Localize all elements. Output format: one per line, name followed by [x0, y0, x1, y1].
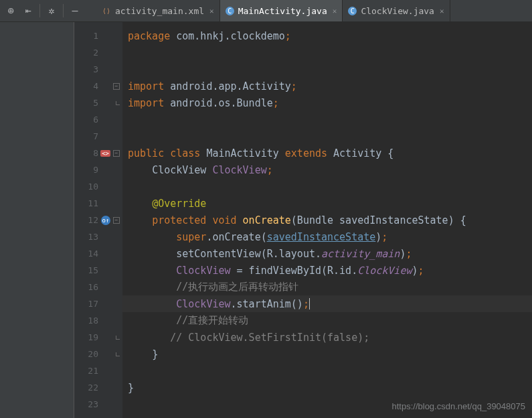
line-number: 18 [74, 312, 122, 329]
code-token: super [176, 231, 206, 243]
code-line[interactable]: ClockView.startAnim(); [122, 295, 532, 312]
class-gutter-icon[interactable]: <> [100, 149, 110, 157]
code-token: ; [303, 298, 309, 310]
gutter: 1234−5678−<>9101112−o↑131415161718192021… [74, 22, 122, 418]
code-token [128, 298, 176, 310]
code-line[interactable] [122, 128, 532, 145]
line-number: 6 [74, 111, 122, 128]
fold-icon[interactable]: − [113, 83, 120, 90]
settings-icon[interactable]: ✲ [43, 3, 60, 19]
close-icon[interactable]: ✕ [209, 7, 214, 15]
close-icon[interactable]: ✕ [333, 7, 337, 15]
override-gutter-icon[interactable]: o↑ [101, 216, 110, 225]
fold-icon[interactable]: − [113, 150, 120, 157]
code-line[interactable] [122, 61, 532, 78]
code-token: ClockView [152, 164, 212, 176]
code-token: ; [285, 30, 291, 42]
line-number: 1 [74, 27, 122, 44]
code-token: onCreate [243, 214, 291, 226]
code-line[interactable]: ClockView = findViewById(R.id.ClockView)… [122, 262, 532, 279]
line-number: 4− [74, 78, 122, 94]
line-number: 9 [74, 161, 122, 178]
line-number: 19 [74, 329, 122, 346]
code-token: void [212, 214, 242, 226]
line-number: 12−o↑ [74, 212, 122, 228]
code-token [128, 198, 152, 210]
code-token: Activity [333, 147, 387, 159]
code-area: package com.hnkj.clockdemo;import androi… [122, 22, 532, 418]
code-token [128, 315, 176, 327]
code-token: .onCreate( [206, 231, 266, 243]
tab-label: ClockView.java [361, 6, 434, 16]
tab-MainActivity-java[interactable]: CMainActivity.java✕ [220, 0, 343, 21]
code-token: ; [418, 265, 424, 277]
code-line[interactable] [122, 362, 532, 379]
code-token: = findViewById(R.id. [231, 265, 358, 277]
line-number: 11 [74, 195, 122, 212]
code-token: class [170, 147, 206, 159]
editor-tabs: ⟨⟩activity_main.xml✕CMainActivity.java✕C… [96, 0, 450, 21]
code-token: android.app.Activity [164, 80, 291, 92]
code-line[interactable]: setContentView(R.layout.activity_main); [122, 245, 532, 262]
code-line[interactable]: } [122, 379, 532, 396]
tab-label: MainActivity.java [238, 6, 327, 16]
line-number: 14 [74, 245, 122, 262]
code-token: // ClockView.SetFirstInit(false); [170, 332, 369, 344]
code-line[interactable] [122, 44, 532, 61]
line-number: 7 [74, 128, 122, 145]
code-token: } [128, 382, 134, 394]
code-token [128, 281, 176, 293]
fold-icon[interactable] [116, 101, 120, 105]
code-line[interactable]: //执行动画之后再转动指针 [122, 279, 532, 295]
left-strip [0, 22, 74, 418]
line-number: 23 [74, 396, 122, 413]
code-line[interactable]: public class MainActivity extends Activi… [122, 145, 532, 161]
xml-file-icon: ⟨⟩ [102, 6, 111, 15]
code-line[interactable]: import android.app.Activity; [122, 78, 532, 94]
fold-icon[interactable] [116, 336, 120, 340]
code-line[interactable] [122, 111, 532, 128]
code-token: (Bundle savedInstanceState) { [291, 214, 466, 226]
line-number: 16 [74, 279, 122, 295]
watermark: https://blog.csdn.net/qq_39048075 [392, 401, 526, 411]
code-token [128, 265, 176, 277]
code-line[interactable]: super.onCreate(savedInstanceState); [122, 228, 532, 245]
line-number: 3 [74, 61, 122, 78]
code-token: ) [375, 231, 381, 243]
fold-icon[interactable]: − [113, 217, 120, 224]
text-cursor [309, 298, 310, 309]
fold-icon[interactable] [116, 352, 120, 356]
code-line[interactable]: } [122, 346, 532, 362]
code-token: savedInstanceState [267, 231, 376, 243]
code-token: { [387, 147, 393, 159]
code-line[interactable] [122, 178, 532, 195]
code-token [128, 231, 176, 243]
minimize-icon[interactable]: — [67, 3, 83, 19]
line-number: 20 [74, 346, 122, 362]
separator [63, 4, 64, 17]
target-icon[interactable]: ⊕ [3, 3, 19, 19]
code-token: public [128, 147, 170, 159]
code-token [128, 332, 170, 344]
code-line[interactable]: ClockView ClockView; [122, 161, 532, 178]
code-token: com.hnkj.clockdemo [170, 30, 285, 42]
close-icon[interactable]: ✕ [440, 7, 444, 15]
tab-label: activity_main.xml [115, 6, 204, 16]
code-line[interactable]: package com.hnkj.clockdemo; [122, 27, 532, 44]
code-token: protected [152, 214, 212, 226]
java-file-icon: C [226, 7, 234, 15]
back-icon[interactable]: ⇤ [20, 3, 36, 19]
code-token: ; [406, 248, 412, 260]
code-line[interactable]: import android.os.Bundle; [122, 94, 532, 111]
code-line[interactable]: @Override [122, 195, 532, 212]
toolbar: ⊕ ⇤ ✲ — ⟨⟩activity_main.xml✕CMainActivit… [0, 0, 532, 22]
tab-activity_main-xml[interactable]: ⟨⟩activity_main.xml✕ [96, 0, 220, 21]
code-token: ClockView [176, 265, 230, 277]
code-line[interactable]: protected void onCreate(Bundle savedInst… [122, 212, 532, 228]
code-line[interactable]: //直接开始转动 [122, 312, 532, 329]
code-token: } [152, 348, 158, 360]
tab-ClockView-java[interactable]: CClockView.java✕ [343, 0, 450, 21]
code-line[interactable]: // ClockView.SetFirstInit(false); [122, 329, 532, 346]
code-token: @Override [152, 198, 206, 210]
workspace: 1234−5678−<>9101112−o↑131415161718192021… [0, 22, 532, 418]
